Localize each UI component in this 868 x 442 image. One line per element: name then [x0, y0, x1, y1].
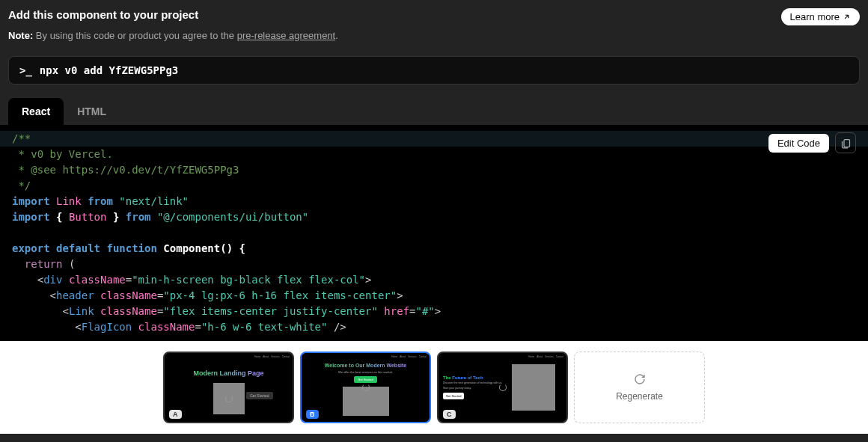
- thumb-b-title: Welcome to Our Modern Website: [325, 363, 406, 368]
- edit-code-button[interactable]: Edit Code: [768, 134, 829, 153]
- thumb-b-sub: We offer the best services on the market…: [338, 370, 393, 374]
- thumb-a-nav: HomeAboutServicesContact: [254, 355, 290, 358]
- regenerate-label: Regenerate: [616, 391, 663, 402]
- note-text: By using this code or product you agree …: [36, 30, 237, 41]
- command-text: npx v0 add YfZEWG5PPg3: [40, 64, 178, 76]
- clipboard-icon: [840, 138, 852, 149]
- pre-release-agreement-link[interactable]: pre-release agreement: [237, 30, 336, 41]
- thumb-c-cta: Get Started: [443, 393, 464, 399]
- thumb-c-nav: HomeAboutServicesContact: [528, 355, 563, 358]
- thumb-c-title: The Future of Tech: [443, 375, 504, 380]
- thumbnail-a[interactable]: HomeAboutServicesContact Modern Landing …: [163, 352, 294, 423]
- tab-react[interactable]: React: [8, 98, 64, 125]
- learn-more-button[interactable]: Learn more: [781, 8, 860, 25]
- thumb-b-image-placeholder: [343, 387, 389, 416]
- code-toolbar: Edit Code: [768, 132, 856, 153]
- thumb-label-b: B: [306, 410, 319, 419]
- thumb-a-cta: Get Started: [246, 392, 273, 399]
- thumb-b-nav: HomeAboutServicesContact: [391, 355, 427, 358]
- copy-button[interactable]: [835, 132, 856, 153]
- command-box[interactable]: >_ npx v0 add YfZEWG5PPg3: [8, 56, 860, 85]
- thumb-c-p2: Start your journey today.: [443, 387, 504, 390]
- thumbnail-c[interactable]: HomeAboutServicesContact The Future of T…: [437, 352, 568, 423]
- svg-rect-0: [844, 139, 850, 147]
- thumb-a-title: Modern Landing Page: [193, 369, 263, 377]
- note: Note: By using this code or product you …: [8, 30, 860, 41]
- thumbnail-b[interactable]: HomeAboutServicesContact Welcome to Our …: [300, 352, 431, 423]
- thumb-c-p1: Discover the next generation of technolo…: [443, 381, 504, 385]
- tabs: React HTML: [8, 98, 860, 125]
- note-bold: Note:: [8, 30, 33, 41]
- regenerate-icon: [634, 373, 646, 385]
- header-title: Add this component to your project: [8, 8, 198, 21]
- thumb-b-cta: Get Started: [354, 376, 376, 383]
- thumb-label-a: A: [169, 410, 182, 419]
- tab-html[interactable]: HTML: [64, 98, 120, 125]
- terminal-prompt-icon: >_: [19, 64, 32, 76]
- thumb-c-image-placeholder: [512, 364, 555, 411]
- thumb-a-image-placeholder: [213, 383, 245, 414]
- header: Add this component to your project Learn…: [8, 8, 860, 25]
- learn-more-label: Learn more: [790, 11, 840, 22]
- code-content[interactable]: /** * v0 by Vercel. * @see https://v0.de…: [0, 125, 868, 341]
- note-tail: .: [335, 30, 338, 41]
- bottom-panel: HomeAboutServicesContact Modern Landing …: [0, 341, 868, 434]
- regenerate-button[interactable]: Regenerate: [574, 352, 705, 423]
- external-link-icon: [843, 13, 851, 21]
- code-area: Edit Code /** * v0 by Vercel. * @see htt…: [0, 125, 868, 341]
- thumb-label-c: C: [443, 410, 456, 419]
